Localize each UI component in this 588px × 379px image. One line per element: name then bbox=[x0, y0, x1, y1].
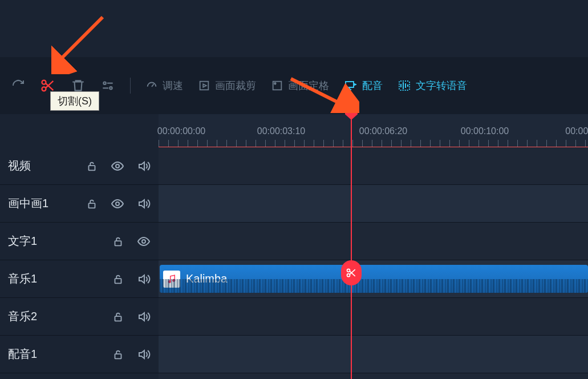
track-row[interactable] bbox=[159, 185, 588, 223]
svg-rect-30 bbox=[115, 316, 121, 321]
svg-rect-31 bbox=[115, 354, 121, 358]
playhead[interactable] bbox=[351, 114, 352, 379]
redo-button[interactable] bbox=[6, 75, 31, 96]
svg-point-28 bbox=[142, 240, 145, 243]
track-name: 画中画1 bbox=[8, 196, 50, 211]
speed-button[interactable]: 调速 bbox=[140, 75, 189, 96]
speaker-icon[interactable] bbox=[137, 348, 151, 361]
svg-line-10 bbox=[152, 84, 154, 87]
crop-button[interactable]: 画面裁剪 bbox=[192, 75, 262, 96]
timeline-content[interactable]: 00:00:00:0000:00:03:1000:00:06:2000:00:1… bbox=[159, 114, 588, 379]
ruler-tick: 00:00:10:00 bbox=[461, 126, 509, 147]
track-label-row: 视频 bbox=[0, 147, 159, 185]
svg-rect-25 bbox=[89, 203, 95, 208]
svg-point-26 bbox=[116, 202, 119, 205]
tts-button[interactable]: 文字转语音 bbox=[392, 75, 473, 96]
svg-point-6 bbox=[103, 82, 106, 84]
track-row[interactable] bbox=[159, 223, 588, 260]
track-name: 文字1 bbox=[8, 233, 50, 249]
svg-rect-23 bbox=[89, 166, 95, 170]
speaker-icon[interactable] bbox=[137, 159, 151, 173]
lock-icon[interactable] bbox=[112, 348, 124, 361]
ruler-tick: 00:00:00:00 bbox=[157, 126, 206, 147]
svg-marker-12 bbox=[203, 84, 206, 87]
speaker-icon[interactable] bbox=[137, 272, 151, 286]
track-label-row: 音乐2 bbox=[0, 298, 159, 336]
track-name: 配音1 bbox=[8, 346, 50, 362]
speaker-icon[interactable] bbox=[137, 310, 151, 324]
lock-icon[interactable] bbox=[86, 159, 98, 173]
svg-rect-27 bbox=[115, 241, 121, 245]
track-label-row: 文字1 bbox=[0, 223, 159, 260]
track-label-row: 配音1 bbox=[0, 336, 159, 373]
lock-icon[interactable] bbox=[112, 272, 124, 286]
toolbar-divider bbox=[130, 78, 131, 94]
track-row[interactable] bbox=[159, 147, 588, 185]
track-label-row: 画中画1 bbox=[0, 185, 159, 223]
speed-label: 调速 bbox=[163, 79, 183, 92]
lock-icon[interactable] bbox=[112, 310, 124, 324]
svg-point-14 bbox=[274, 83, 276, 84]
track-label-row: 字幕1 bbox=[0, 373, 159, 379]
annotation-arrow-2 bbox=[285, 73, 359, 113]
dub-label: 配音 bbox=[362, 79, 383, 92]
eye-icon[interactable] bbox=[137, 235, 151, 248]
svg-point-8 bbox=[110, 87, 112, 89]
track-label-row: 音乐1 bbox=[0, 260, 159, 298]
track-name: 视频 bbox=[8, 158, 50, 174]
timeline-ruler[interactable]: 00:00:00:0000:00:03:1000:00:06:2000:00:1… bbox=[159, 114, 588, 147]
speaker-icon[interactable] bbox=[137, 197, 151, 211]
lock-icon[interactable] bbox=[112, 235, 124, 248]
track-row[interactable] bbox=[159, 336, 588, 373]
ruler-tick: 00:00:06:20 bbox=[359, 126, 408, 147]
audio-clip[interactable]: Kalimba bbox=[160, 265, 588, 293]
cut-marker[interactable] bbox=[341, 260, 362, 285]
track-row[interactable] bbox=[159, 373, 588, 379]
eye-icon[interactable] bbox=[111, 197, 124, 211]
timeline: 视频画中画1文字1音乐1音乐2配音1字幕1 00:00:00:0000:00:0… bbox=[0, 114, 588, 379]
ruler-tick: 00:00:03:10 bbox=[257, 126, 306, 147]
track-row[interactable] bbox=[159, 298, 588, 336]
lock-icon[interactable] bbox=[86, 197, 98, 211]
svg-point-24 bbox=[116, 164, 119, 168]
track-labels-panel: 视频画中画1文字1音乐1音乐2配音1字幕1 bbox=[0, 114, 159, 379]
eye-icon[interactable] bbox=[111, 159, 124, 173]
track-name: 音乐2 bbox=[8, 309, 50, 324]
crop-label: 画面裁剪 bbox=[215, 79, 256, 92]
track-name: 音乐1 bbox=[8, 271, 50, 287]
svg-line-1 bbox=[291, 79, 342, 104]
svg-line-0 bbox=[58, 17, 103, 62]
ruler-tick: 00:00:1 bbox=[565, 126, 588, 147]
annotation-arrow-1 bbox=[51, 11, 114, 74]
cut-tooltip: 切割(S) bbox=[50, 91, 99, 111]
track-row[interactable]: Kalimba bbox=[159, 260, 588, 298]
svg-rect-29 bbox=[115, 279, 121, 283]
tts-label: 文字转语音 bbox=[416, 79, 467, 92]
